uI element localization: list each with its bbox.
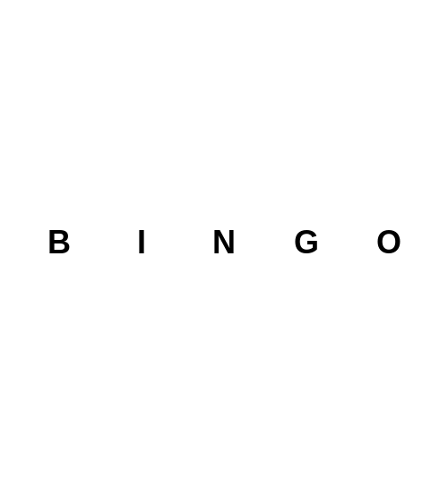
header-letter-B: B — [18, 220, 100, 265]
header-letter-I: I — [100, 220, 183, 265]
header-letter-N: N — [183, 220, 265, 265]
header-letter-G: G — [265, 220, 348, 265]
header-letter-O: O — [348, 220, 430, 265]
bingo-card: BINGO — [18, 220, 430, 267]
bingo-header: BINGO — [18, 220, 430, 265]
